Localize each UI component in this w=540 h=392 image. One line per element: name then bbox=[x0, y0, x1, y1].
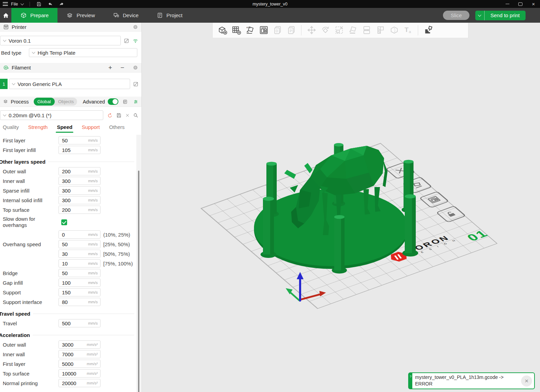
process-tab-others[interactable]: Others bbox=[109, 124, 125, 133]
process-profile-select[interactable]: 0.20mm @V0.1 (*) bbox=[0, 110, 103, 120]
hamburger-menu-icon[interactable] bbox=[3, 2, 8, 6]
setting-input[interactable]: 300mm/s bbox=[59, 186, 100, 195]
settings-section: Acceleration bbox=[0, 328, 136, 340]
filament-select[interactable]: Voron Generic PLA bbox=[9, 79, 130, 89]
voron-plate-logo: VORON D E S I G N bbox=[387, 233, 458, 263]
printer-settings-gear-icon[interactable] bbox=[133, 24, 138, 30]
reset-icon[interactable] bbox=[107, 112, 113, 118]
toast-close-button[interactable]: × bbox=[521, 375, 532, 386]
setting-value: 7000 bbox=[59, 351, 73, 357]
setting-input[interactable]: 300mm/s bbox=[59, 177, 100, 185]
slice-button[interactable]: Slice bbox=[443, 11, 469, 20]
file-menu[interactable]: File bbox=[11, 2, 18, 7]
mode-objects-option[interactable]: Objects bbox=[55, 99, 77, 104]
toast-filename: mystery_tower_v0_PLA_1h13m.gcode -> bbox=[415, 374, 518, 381]
setting-input[interactable]: 0mm/s bbox=[59, 230, 100, 239]
setting-unit: mm/s bbox=[88, 281, 100, 285]
layers-icon bbox=[66, 12, 73, 19]
minimize-button[interactable] bbox=[501, 0, 514, 8]
mode-global-option[interactable]: Global bbox=[34, 98, 55, 106]
advanced-label: Advanced bbox=[83, 99, 105, 105]
home-button[interactable] bbox=[0, 8, 11, 23]
undo-icon[interactable] bbox=[47, 1, 53, 7]
wifi-icon[interactable] bbox=[132, 37, 139, 44]
setting-unit: mm/s bbox=[88, 208, 100, 212]
setting-row: Travel500mm/s bbox=[0, 318, 136, 328]
setting-input[interactable]: 500mm/s bbox=[59, 319, 100, 327]
bed-type-select[interactable]: High Temp Plate bbox=[29, 48, 137, 57]
setting-input[interactable]: 3000mm/s² bbox=[59, 340, 100, 349]
setting-input[interactable]: 20000mm/s² bbox=[59, 379, 100, 387]
setting-unit: mm/s bbox=[88, 242, 100, 246]
home-icon bbox=[2, 12, 9, 19]
remove-filament-button[interactable]: − bbox=[120, 64, 124, 72]
edit-printer-icon[interactable] bbox=[124, 38, 129, 44]
setting-label: Inner wall bbox=[0, 351, 59, 357]
clear-icon[interactable] bbox=[125, 113, 130, 118]
toolbar-add-object-button[interactable] bbox=[215, 23, 229, 37]
chevron-down-icon[interactable] bbox=[21, 2, 24, 5]
toolbar-arrange-button[interactable] bbox=[257, 23, 271, 37]
setting-input[interactable]: 80mm/s bbox=[59, 298, 100, 306]
setting-input[interactable]: 50mm/s bbox=[59, 136, 100, 144]
checkbox[interactable] bbox=[61, 219, 67, 225]
printer-select[interactable]: Voron 0.1 bbox=[0, 36, 121, 45]
setting-input[interactable]: 300mm/s bbox=[59, 196, 100, 204]
add-object-icon bbox=[217, 25, 228, 35]
title-bar: File mystery_tower_v0 × bbox=[0, 0, 540, 8]
filament-settings-gear-icon[interactable] bbox=[133, 65, 138, 70]
toast-help-icon[interactable]: ? bbox=[409, 373, 412, 389]
process-tab-strength[interactable]: Strength bbox=[28, 124, 48, 133]
advanced-toggle[interactable] bbox=[108, 98, 118, 105]
setting-input[interactable]: 200mm/s bbox=[59, 206, 100, 214]
setting-unit: mm/s bbox=[88, 321, 100, 325]
toolbar-auto-orient-button[interactable] bbox=[243, 23, 257, 37]
process-tab-quality[interactable]: Quality bbox=[3, 124, 19, 133]
save-icon[interactable] bbox=[36, 1, 42, 7]
rotate-icon bbox=[320, 25, 331, 35]
setting-input[interactable]: 7000mm/s² bbox=[59, 350, 100, 358]
setting-input[interactable]: 30mm/s bbox=[59, 250, 100, 258]
setting-input[interactable]: 200mm/s bbox=[59, 167, 100, 175]
save-profile-icon[interactable] bbox=[116, 112, 122, 118]
setting-input[interactable]: 5000mm/s² bbox=[59, 360, 100, 368]
process-tab-label: Strength bbox=[28, 124, 48, 130]
tab-device[interactable]: Device bbox=[104, 8, 148, 23]
send-to-print-group: Send to print bbox=[475, 11, 526, 20]
checklist-icon[interactable] bbox=[123, 99, 128, 105]
tab-project[interactable]: Project bbox=[148, 8, 192, 23]
redo-icon[interactable] bbox=[59, 1, 64, 7]
setting-input[interactable]: 10000mm/s² bbox=[59, 369, 100, 378]
close-button[interactable]: × bbox=[527, 0, 540, 8]
add-filament-button[interactable]: + bbox=[108, 64, 112, 72]
send-to-print-button[interactable]: Send to print bbox=[485, 11, 526, 20]
process-tab-speed[interactable]: Speed bbox=[57, 124, 72, 133]
toolbar-copy-button bbox=[271, 23, 284, 37]
section-title: Travel speed bbox=[0, 311, 30, 317]
setting-value: 30 bbox=[59, 251, 68, 257]
setting-input[interactable]: 50mm/s bbox=[59, 269, 100, 277]
scrollbar-thumb[interactable] bbox=[138, 171, 139, 392]
setting-value: 50 bbox=[59, 270, 68, 276]
setting-input[interactable]: 100mm/s bbox=[59, 279, 100, 287]
tab-preview[interactable]: Preview bbox=[57, 8, 104, 23]
toolbar-move-button bbox=[305, 23, 318, 37]
process-header-label: Process bbox=[11, 99, 29, 105]
send-options-button[interactable] bbox=[475, 11, 485, 20]
tab-prepare[interactable]: Prepare bbox=[11, 8, 57, 23]
setting-input[interactable]: 150mm/s bbox=[59, 288, 100, 296]
setting-input[interactable]: 10mm/s bbox=[59, 259, 100, 268]
tune-icon[interactable] bbox=[133, 99, 138, 105]
search-icon[interactable] bbox=[133, 112, 139, 118]
setting-label: Outer wall bbox=[0, 168, 59, 174]
toolbar-add-plate-button[interactable] bbox=[229, 23, 243, 37]
settings-scrollbar[interactable] bbox=[136, 135, 141, 392]
maximize-button[interactable] bbox=[514, 0, 527, 8]
setting-input[interactable]: 50mm/s bbox=[59, 240, 100, 248]
edit-filament-icon[interactable] bbox=[133, 81, 139, 87]
setting-input[interactable]: 105mm/s bbox=[59, 146, 100, 154]
close-icon: × bbox=[532, 1, 535, 7]
toolbar-assembly-button[interactable] bbox=[421, 23, 435, 37]
process-tab-support[interactable]: Support bbox=[82, 124, 100, 133]
setting-note: [50%, 75%) bbox=[103, 251, 130, 257]
